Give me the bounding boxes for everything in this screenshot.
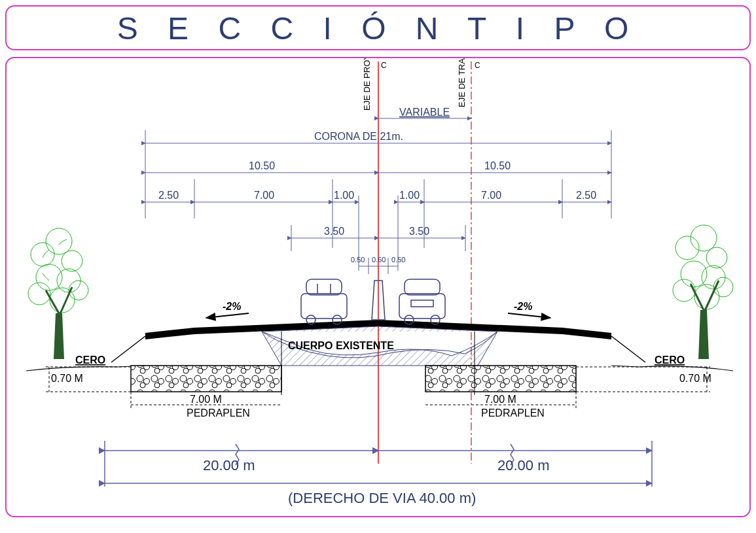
dim-row-total: (DERECHO DE VIA 40.00 m) bbox=[105, 483, 652, 506]
svg-text:C: C bbox=[381, 61, 387, 70]
svg-text:7.00 M: 7.00 M bbox=[190, 394, 222, 405]
svg-point-82 bbox=[31, 243, 54, 266]
dim-ped-left: 7.00 M PEDRAPLEN bbox=[131, 392, 281, 419]
svg-text:0.50: 0.50 bbox=[351, 256, 365, 264]
ground-right bbox=[611, 366, 733, 371]
svg-rect-54 bbox=[306, 279, 342, 295]
tree-right-icon bbox=[673, 225, 733, 359]
axis-proyecto-label: EJE DE PROYECTO bbox=[362, 58, 372, 111]
tree-left-icon bbox=[28, 228, 88, 359]
svg-point-83 bbox=[46, 228, 72, 254]
svg-rect-60 bbox=[405, 279, 440, 295]
svg-text:2.50: 2.50 bbox=[576, 190, 596, 201]
cero-right: CERO bbox=[655, 354, 685, 366]
cero-left: CERO bbox=[75, 354, 105, 366]
svg-point-89 bbox=[69, 281, 88, 300]
svg-text:7.00 M: 7.00 M bbox=[484, 394, 516, 405]
svg-rect-63 bbox=[411, 300, 433, 307]
diagram-panel: EJE DE PROYECTO EJE DE TRAZO C C VARIABL… bbox=[5, 57, 751, 517]
svg-text:20.00 m: 20.00 m bbox=[203, 457, 255, 473]
svg-text:CORONA DE 21m.: CORONA DE 21m. bbox=[314, 131, 403, 142]
svg-text:20.00 m: 20.00 m bbox=[497, 457, 550, 473]
svg-point-94 bbox=[706, 247, 727, 268]
car-right-icon bbox=[399, 279, 445, 324]
body-label: CUERPO EXISTENTE bbox=[288, 340, 394, 351]
axis-trazo-label: EJE DE TRAZO bbox=[457, 58, 467, 107]
title-text: S E C C I Ó N T I P O bbox=[117, 11, 639, 46]
ground-left bbox=[26, 366, 145, 371]
title-panel: S E C C I Ó N T I P O bbox=[5, 5, 751, 50]
svg-text:1.00: 1.00 bbox=[334, 190, 354, 201]
svg-point-92 bbox=[675, 236, 699, 260]
svg-text:1.00: 1.00 bbox=[399, 190, 420, 201]
dim-ped-right: 7.00 M PEDRAPLEN bbox=[425, 392, 576, 419]
svg-text:0.60: 0.60 bbox=[372, 256, 386, 264]
dim-variable: VARIABLE bbox=[378, 107, 471, 118]
svg-text:0.50: 0.50 bbox=[391, 256, 405, 264]
svg-rect-59 bbox=[399, 294, 445, 318]
pedraplen-right bbox=[425, 366, 576, 392]
svg-text:C: C bbox=[475, 61, 480, 70]
svg-text:VARIABLE: VARIABLE bbox=[399, 107, 450, 118]
cross-section-svg: EJE DE PROYECTO EJE DE TRAZO C C VARIABL… bbox=[7, 58, 749, 513]
svg-line-49 bbox=[206, 313, 249, 318]
svg-line-90 bbox=[46, 290, 59, 313]
dim-corona: CORONA DE 21m. bbox=[145, 131, 611, 143]
svg-line-100 bbox=[691, 284, 704, 310]
svg-text:PEDRAPLEN: PEDRAPLEN bbox=[481, 407, 545, 419]
svg-rect-53 bbox=[301, 294, 347, 318]
svg-text:PEDRAPLEN: PEDRAPLEN bbox=[187, 407, 250, 419]
pedraplen-left bbox=[131, 366, 281, 392]
svg-text:3.50: 3.50 bbox=[409, 226, 429, 237]
slope-left: -2% bbox=[206, 301, 249, 318]
svg-text:7.00: 7.00 bbox=[254, 190, 274, 201]
car-left-icon bbox=[301, 279, 347, 324]
svg-text:0.70 M: 0.70 M bbox=[51, 373, 83, 384]
svg-text:0.70 M: 0.70 M bbox=[679, 373, 711, 384]
svg-text:7.00: 7.00 bbox=[481, 190, 501, 201]
embank-right bbox=[611, 336, 645, 362]
svg-text:(DERECHO DE VIA 40.00 m): (DERECHO DE VIA 40.00 m) bbox=[288, 490, 476, 506]
svg-line-51 bbox=[508, 313, 550, 318]
svg-text:10.50: 10.50 bbox=[249, 160, 275, 171]
svg-point-93 bbox=[691, 225, 717, 251]
svg-text:-2%: -2% bbox=[223, 301, 241, 312]
svg-point-84 bbox=[62, 250, 82, 271]
svg-text:2.50: 2.50 bbox=[158, 190, 179, 201]
slope-right: -2% bbox=[508, 301, 550, 318]
svg-text:3.50: 3.50 bbox=[324, 226, 344, 237]
svg-text:-2%: -2% bbox=[514, 301, 532, 312]
embank-left bbox=[111, 336, 145, 362]
svg-text:10.50: 10.50 bbox=[484, 160, 511, 171]
